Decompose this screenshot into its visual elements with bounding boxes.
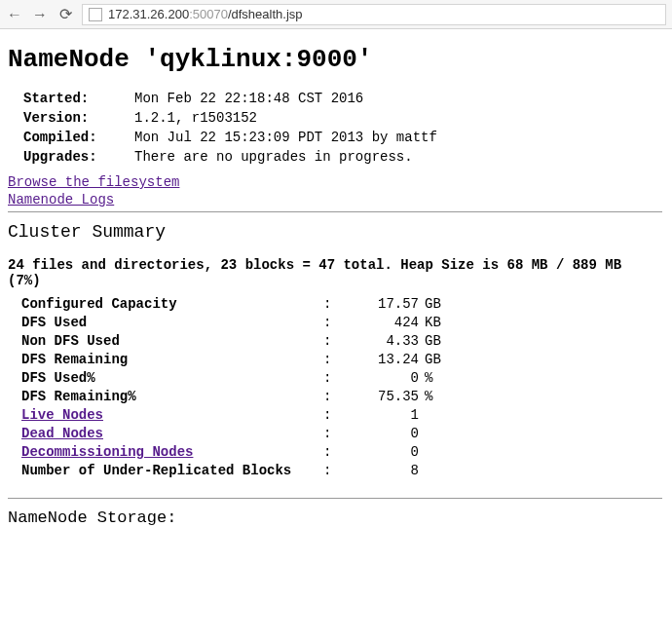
summary-row: Configured Capacity : 17.57 GB	[21, 294, 441, 313]
cluster-summary-line: 24 files and directories, 23 blocks = 47…	[8, 257, 662, 288]
summary-label: DFS Remaining	[21, 350, 323, 368]
url-port: :50070	[189, 7, 228, 21]
summary-label: DFS Used%	[21, 368, 323, 387]
summary-label: Non DFS Used	[21, 331, 323, 350]
meta-row-upgrades: Upgrades: There are no upgrades in progr…	[23, 148, 437, 166]
browse-filesystem-link[interactable]: Browse the filesystem	[8, 173, 662, 191]
summary-value: 4.33	[351, 331, 419, 350]
summary-unit	[419, 461, 441, 479]
summary-unit: %	[419, 368, 441, 387]
url-host: 172.31.26.200	[108, 7, 189, 21]
meta-val: Mon Feb 22 22:18:48 CST 2016	[134, 90, 437, 107]
summary-row: Non DFS Used : 4.33 GB	[21, 331, 441, 350]
summary-unit: GB	[419, 331, 441, 350]
cluster-summary-table: Configured Capacity : 17.57 GB DFS Used …	[21, 294, 441, 479]
meta-val: 1.2.1, r1503152	[134, 109, 437, 127]
summary-value: 424	[351, 313, 419, 331]
summary-colon: :	[323, 350, 351, 368]
url-display: 172.31.26.200:50070/dfshealth.jsp	[108, 7, 303, 21]
page-icon	[89, 8, 102, 21]
summary-unit: %	[419, 387, 441, 405]
quick-links: Browse the filesystem Namenode Logs	[8, 173, 662, 208]
summary-value: 0	[351, 424, 419, 442]
summary-row: DFS Used% : 0 %	[21, 368, 441, 387]
summary-row: Decommissioning Nodes : 0	[21, 442, 441, 461]
summary-colon: :	[323, 331, 351, 350]
summary-colon: :	[323, 294, 351, 313]
storage-heading: NameNode Storage:	[8, 508, 662, 527]
live-nodes-link[interactable]: Live Nodes	[21, 407, 103, 423]
summary-colon: :	[323, 368, 351, 387]
namenode-logs-link[interactable]: Namenode Logs	[8, 191, 662, 208]
summary-value: 17.57	[351, 294, 419, 313]
dead-nodes-link[interactable]: Dead Nodes	[21, 426, 103, 441]
divider	[8, 498, 662, 499]
meta-val: Mon Jul 22 15:23:09 PDT 2013 by mattf	[134, 129, 437, 146]
summary-value: 1	[351, 405, 419, 424]
meta-key: Started:	[23, 90, 132, 107]
reload-button[interactable]: ⟳	[56, 5, 74, 23]
meta-row-started: Started: Mon Feb 22 22:18:48 CST 2016	[23, 90, 437, 107]
meta-val: There are no upgrades in progress.	[134, 148, 437, 166]
page-body: NameNode 'qyklinux:9000' Started: Mon Fe…	[0, 29, 672, 535]
summary-unit	[419, 405, 441, 424]
decommissioning-nodes-link[interactable]: Decommissioning Nodes	[21, 444, 193, 460]
summary-value: 75.35	[351, 387, 419, 405]
summary-unit: KB	[419, 313, 441, 331]
summary-unit: GB	[419, 294, 441, 313]
summary-colon: :	[323, 313, 351, 331]
summary-colon: :	[323, 387, 351, 405]
summary-label: Number of Under-Replicated Blocks	[21, 461, 323, 479]
address-bar[interactable]: 172.31.26.200:50070/dfshealth.jsp	[82, 4, 666, 25]
forward-button[interactable]: →	[31, 6, 49, 23]
summary-colon: :	[323, 405, 351, 424]
summary-value: 13.24	[351, 350, 419, 368]
summary-unit	[419, 442, 441, 461]
summary-row: DFS Used : 424 KB	[21, 313, 441, 331]
summary-row: DFS Remaining% : 75.35 %	[21, 387, 441, 405]
meta-key: Upgrades:	[23, 148, 132, 166]
browser-toolbar: ← → ⟳ 172.31.26.200:50070/dfshealth.jsp	[0, 0, 672, 29]
divider	[8, 211, 662, 212]
meta-row-compiled: Compiled: Mon Jul 22 15:23:09 PDT 2013 b…	[23, 129, 437, 146]
summary-row: DFS Remaining : 13.24 GB	[21, 350, 441, 368]
summary-value: 8	[351, 461, 419, 479]
url-path: /dfshealth.jsp	[228, 7, 303, 21]
summary-label: Configured Capacity	[21, 294, 323, 313]
summary-value: 0	[351, 442, 419, 461]
summary-value: 0	[351, 368, 419, 387]
meta-row-version: Version: 1.2.1, r1503152	[23, 109, 437, 127]
summary-unit	[419, 424, 441, 442]
namenode-meta-table: Started: Mon Feb 22 22:18:48 CST 2016 Ve…	[21, 88, 439, 168]
summary-row: Dead Nodes : 0	[21, 424, 441, 442]
summary-unit: GB	[419, 350, 441, 368]
summary-row: Live Nodes : 1	[21, 405, 441, 424]
summary-label: DFS Used	[21, 313, 323, 331]
summary-colon: :	[323, 442, 351, 461]
page-title: NameNode 'qyklinux:9000'	[8, 45, 662, 74]
summary-colon: :	[323, 461, 351, 479]
meta-key: Version:	[23, 109, 132, 127]
summary-colon: :	[323, 424, 351, 442]
cluster-summary-heading: Cluster Summary	[8, 222, 662, 242]
meta-key: Compiled:	[23, 129, 132, 146]
summary-row: Number of Under-Replicated Blocks : 8	[21, 461, 441, 479]
summary-label: DFS Remaining%	[21, 387, 323, 405]
back-button[interactable]: ←	[6, 6, 23, 23]
